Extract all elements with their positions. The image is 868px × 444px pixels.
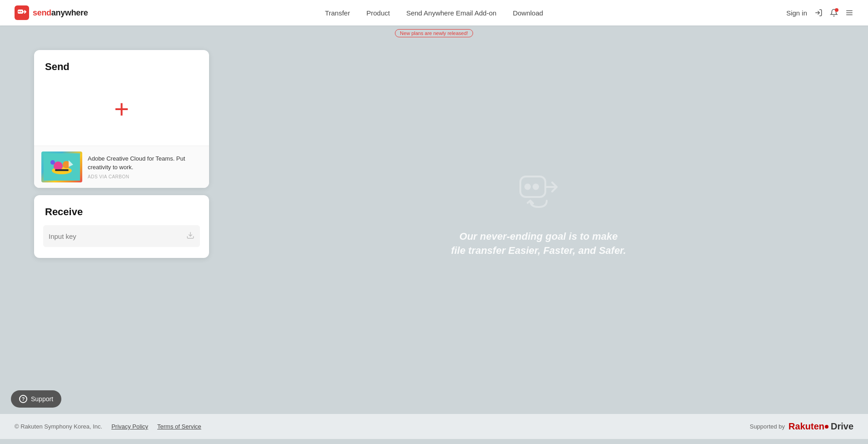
- tagline: Our never-ending goal is to make file tr…: [451, 230, 626, 258]
- support-icon: ?: [19, 395, 27, 403]
- download-icon: [186, 231, 195, 241]
- supported-by-text: Supported by: [750, 423, 785, 430]
- nav-download[interactable]: Download: [513, 9, 543, 17]
- receive-card-title: Receive: [34, 195, 209, 218]
- login-icon-button[interactable]: [814, 9, 823, 17]
- logo[interactable]: sendanywhere: [15, 5, 88, 20]
- rakuten-text: Rakuten: [788, 421, 829, 432]
- ad-content: Adobe Creative Cloud for Teams. Put crea…: [88, 155, 202, 179]
- footer-left: © Rakuten Symphony Korea, Inc. Privacy P…: [15, 423, 201, 430]
- drive-text: Drive: [831, 421, 853, 432]
- svg-point-3: [20, 11, 22, 12]
- terms-link[interactable]: Terms of Service: [157, 423, 201, 430]
- ad-text: Adobe Creative Cloud for Teams. Put crea…: [88, 155, 202, 171]
- send-card-title: Send: [34, 50, 209, 73]
- send-card: Send + Adobe: [34, 50, 209, 188]
- logo-icon: [15, 5, 29, 20]
- login-icon: [814, 9, 823, 17]
- send-upload-area[interactable]: +: [34, 73, 209, 146]
- logo-text: sendanywhere: [33, 8, 88, 18]
- privacy-policy-link[interactable]: Privacy Policy: [111, 423, 148, 430]
- svg-point-13: [50, 160, 55, 165]
- brand-logo-large: [516, 170, 561, 217]
- left-panel: Send + Adobe: [34, 50, 209, 405]
- footer: © Rakuten Symphony Korea, Inc. Privacy P…: [0, 414, 868, 439]
- plus-icon: +: [114, 96, 129, 122]
- copyright-text: © Rakuten Symphony Korea, Inc.: [15, 423, 102, 430]
- svg-point-16: [524, 184, 531, 190]
- footer-right: Supported by Rakuten Drive: [750, 421, 853, 432]
- notification-button[interactable]: [830, 9, 838, 17]
- nav-product[interactable]: Product: [366, 9, 390, 17]
- support-button[interactable]: ? Support: [11, 390, 61, 408]
- notification-dot: [835, 8, 838, 12]
- svg-rect-12: [55, 169, 69, 171]
- announcement-badge[interactable]: New plans are newly released!: [395, 29, 473, 37]
- support-label: Support: [31, 395, 53, 403]
- svg-point-2: [19, 11, 20, 12]
- ad-artwork: [44, 153, 80, 181]
- receive-card: Receive: [34, 195, 209, 258]
- header-actions: Sign in: [786, 9, 853, 17]
- ads-source: ADS VIA CARBON: [88, 174, 202, 179]
- sign-in-button[interactable]: Sign in: [786, 9, 807, 17]
- center-content: Our never-ending goal is to make file tr…: [209, 50, 868, 405]
- main-content: Send + Adobe: [0, 41, 868, 414]
- nav-email-addon[interactable]: Send Anywhere Email Add-on: [406, 9, 496, 17]
- rakuten-logo: Rakuten Drive: [788, 421, 853, 432]
- receive-key-input[interactable]: [49, 232, 186, 240]
- svg-point-17: [533, 184, 539, 190]
- main-nav: Transfer Product Send Anywhere Email Add…: [325, 9, 543, 17]
- hamburger-icon: [845, 9, 853, 17]
- header: sendanywhere Transfer Product Send Anywh…: [0, 0, 868, 25]
- nav-transfer[interactable]: Transfer: [325, 9, 350, 17]
- menu-button[interactable]: [845, 9, 853, 17]
- ad-thumbnail: [41, 151, 82, 182]
- announcement-bar: New plans are newly released!: [0, 25, 868, 41]
- ad-area[interactable]: Adobe Creative Cloud for Teams. Put crea…: [34, 146, 209, 188]
- receive-input-wrap: [43, 225, 200, 247]
